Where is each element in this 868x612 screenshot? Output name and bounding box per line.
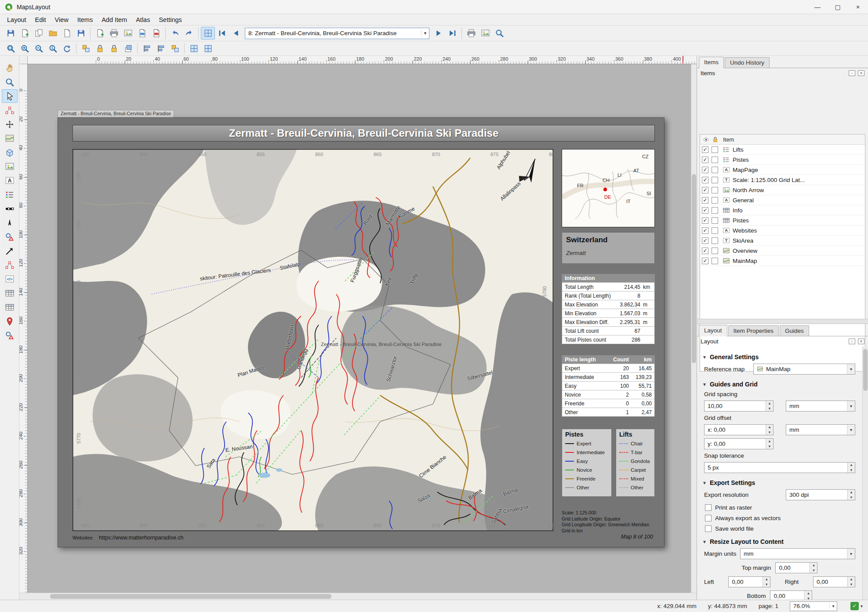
menu-item[interactable]: Add Item (97, 15, 131, 25)
right-margin-spinbox[interactable]: 0,00 ▲▼ (813, 576, 855, 587)
atlas-next-button[interactable] (431, 27, 445, 40)
new-layout-button[interactable] (18, 27, 32, 40)
add-label-tool[interactable] (2, 174, 18, 187)
add-elevation-profile-tool[interactable] (2, 328, 18, 342)
layout-canvas[interactable]: Zermatt - Breuil-Cervinia, Breuil-Cervin… (28, 64, 691, 593)
add-pages-button[interactable] (93, 27, 107, 40)
save-layout-button[interactable] (4, 27, 18, 40)
add-attribute-table-tool[interactable] (2, 286, 18, 300)
select-move-item-tool[interactable] (2, 89, 18, 103)
minimize-button[interactable]: — (807, 0, 828, 14)
export-resolution-spinbox[interactable]: 300 dpi ▲▼ (786, 489, 855, 500)
menu-item[interactable]: Items (73, 15, 97, 25)
tab-undo-history[interactable]: Undo History (725, 57, 770, 68)
panel-splitter[interactable] (697, 319, 868, 324)
lock-checkbox[interactable] (712, 157, 718, 163)
canvas-vertical-scrollbar[interactable] (691, 64, 697, 593)
menu-item[interactable]: Edit (31, 15, 51, 25)
zoom-in-button[interactable] (18, 42, 32, 55)
atlas-settings-button[interactable] (492, 27, 506, 40)
zoom-tool[interactable] (2, 75, 18, 89)
panel-float-button[interactable]: ▫ (849, 339, 855, 344)
undo-button[interactable] (168, 27, 182, 40)
pistes-legend[interactable]: Pistes Expert Intermediate (562, 429, 612, 497)
items-tree-row[interactable]: Info (700, 205, 865, 215)
add-3d-map-tool[interactable] (2, 146, 18, 159)
panel-scrollbar[interactable] (862, 346, 868, 600)
move-item-content-tool[interactable] (2, 117, 18, 131)
print-atlas-button[interactable] (464, 27, 478, 40)
redo-button[interactable] (182, 27, 196, 40)
distribute-items-button[interactable] (154, 42, 168, 55)
add-map-tool[interactable] (2, 131, 18, 145)
load-template-button[interactable] (60, 27, 74, 40)
info-table[interactable]: Information Total Length214,45km Rank (T… (562, 274, 655, 344)
lifts-legend[interactable]: Lifts Chair T-bar (616, 429, 655, 497)
messages-indicator-icon[interactable]: ✓ (850, 602, 859, 610)
tab-item-properties[interactable]: Item Properties (728, 325, 779, 336)
lock-checkbox[interactable] (712, 217, 718, 224)
smart-guides-button[interactable] (201, 42, 215, 55)
add-north-arrow-tool[interactable] (2, 216, 18, 230)
panel-float-button[interactable]: ▫ (849, 70, 855, 76)
scrollbar-thumb[interactable] (50, 594, 331, 599)
menu-item[interactable]: Atlas (131, 15, 154, 25)
maximize-button[interactable]: ▢ (828, 0, 848, 14)
lock-items-button[interactable] (93, 42, 107, 55)
print-as-raster-checkbox[interactable]: Print as raster (705, 504, 854, 511)
lock-checkbox[interactable] (712, 258, 718, 264)
lock-checkbox[interactable] (712, 187, 718, 193)
zoom-full-button[interactable] (4, 42, 18, 55)
layout-manager-button[interactable] (46, 27, 60, 40)
items-tree-row[interactable]: Pistes (700, 215, 865, 226)
atlas-preview-button[interactable] (201, 27, 215, 40)
lock-checkbox[interactable] (712, 177, 718, 183)
canvas-horizontal-scrollbar[interactable] (19, 593, 697, 600)
websites-label[interactable]: Websites: https://www.matterhornparadise… (73, 535, 184, 541)
visibility-checkbox[interactable] (702, 157, 708, 163)
items-tree-row[interactable]: General (700, 195, 865, 205)
items-tree-row[interactable]: Pistes (700, 155, 865, 165)
zoom-level-combo[interactable]: 76.0% ▾ (790, 601, 837, 611)
add-scalebar-tool[interactable] (2, 202, 18, 215)
grid-offset-unit-combo[interactable]: mm ▾ (786, 424, 855, 435)
atlas-first-button[interactable] (215, 27, 229, 40)
items-tree-row[interactable]: Scale: 1:125.000 Grid Lat... (700, 175, 865, 185)
top-margin-spinbox[interactable]: 0,00 ▲▼ (775, 562, 817, 573)
visibility-checkbox[interactable] (702, 217, 708, 224)
snap-grid-button[interactable] (187, 42, 201, 55)
resize-items-button[interactable] (168, 42, 182, 55)
add-html-tool[interactable] (2, 272, 18, 286)
chevron-down-icon[interactable]: ▾ (421, 30, 429, 36)
region-label-box[interactable]: Switzerland Zermatt (562, 232, 655, 264)
menu-item[interactable]: View (51, 15, 73, 25)
margin-units-combo[interactable]: mm ▾ (740, 548, 855, 559)
menu-item[interactable]: Settings (154, 15, 186, 25)
pan-tool[interactable] (2, 61, 18, 75)
visibility-checkbox[interactable] (702, 187, 708, 193)
visibility-checkbox[interactable] (702, 207, 708, 214)
visibility-checkbox[interactable] (702, 167, 708, 173)
left-margin-spinbox[interactable]: 0,00 ▲▼ (728, 576, 770, 587)
raise-items-button[interactable] (121, 42, 135, 55)
align-items-button[interactable] (140, 42, 154, 55)
atlas-feature-combo[interactable]: 8: Zermatt - Breuil-Cervinia, Breuil-Cer… (245, 28, 429, 39)
atlas-prev-button[interactable] (229, 27, 243, 40)
zoom-actual-button[interactable] (46, 42, 60, 55)
tab-items[interactable]: Items (699, 57, 724, 68)
add-picture-tool[interactable] (2, 160, 18, 173)
lock-checkbox[interactable] (712, 227, 718, 234)
add-arrow-tool[interactable] (2, 244, 18, 258)
panel-close-button[interactable]: × (858, 70, 864, 76)
lock-checkbox[interactable] (712, 248, 718, 254)
lock-checkbox[interactable] (712, 167, 718, 173)
north-arrow[interactable] (516, 155, 545, 192)
export-image-button[interactable] (121, 27, 135, 40)
reference-map-combo[interactable]: MainMap ▾ (753, 364, 855, 375)
zoom-out-button[interactable] (32, 42, 46, 55)
tab-guides[interactable]: Guides (780, 325, 809, 336)
page-title-label[interactable]: Zermatt - Breuil-Cervinia, Breuil-Cervin… (73, 125, 655, 142)
grid-offset-x-spinbox[interactable]: x: 0,00 ▲▼ (704, 424, 774, 435)
lock-checkbox[interactable] (712, 237, 718, 244)
scale-info-block[interactable]: Scale: 1:125.000 Grid Latitude Origin: E… (562, 510, 655, 534)
